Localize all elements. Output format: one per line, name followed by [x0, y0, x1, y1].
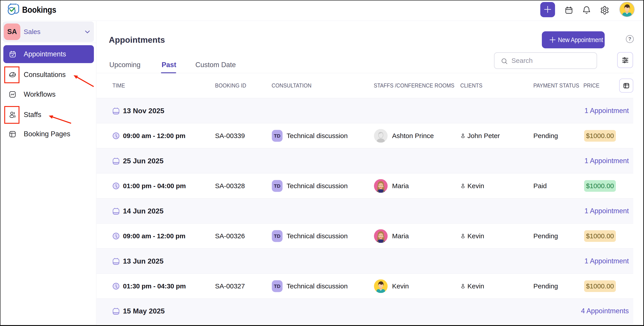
row-staff-name: Ashton Prince — [392, 132, 434, 140]
client-person-icon — [460, 183, 466, 189]
group-date-calendar-icon — [112, 107, 120, 114]
group-date: 13 Jun 2025 — [123, 257, 164, 265]
sidebar-item-workflows[interactable]: Workflows — [3, 86, 94, 103]
price-badge: $1000.00 — [584, 180, 616, 192]
group-appointment-count[interactable]: 1 Appointment — [584, 107, 629, 115]
column-header-price[interactable]: PRICE — [584, 73, 600, 98]
sidebar-item-label: Booking Pages — [24, 130, 70, 138]
group-date: 13 Nov 2025 — [123, 107, 164, 115]
column-header-payment-status[interactable]: PAYMENT STATUS — [533, 73, 579, 98]
app-title: Bookings — [22, 1, 56, 21]
app-window: Bookings SA Sales — [0, 1, 643, 325]
row-client-name: Kevin — [468, 182, 484, 190]
table-row[interactable]: 09:00 am - 12:00 pm SA-00326 TD Technica… — [96, 223, 633, 248]
time-clock-icon — [112, 132, 120, 139]
row-staff-name: Kevin — [392, 282, 409, 290]
table-row[interactable]: 01:30 pm - 04:30 pm SA-00327 TD Technica… — [96, 273, 633, 298]
row-payment-status: Pending — [533, 132, 558, 140]
sidebar-item-label: Staffs — [24, 111, 41, 119]
group-date-calendar-icon — [112, 257, 120, 265]
page-title: Appointments — [109, 35, 165, 45]
table-row[interactable]: 09:00 am - 12:00 pm SA-00339 TD Technica… — [96, 123, 633, 148]
group-date-calendar-icon — [112, 307, 120, 314]
search-icon — [501, 58, 508, 65]
bookings-logo — [7, 2, 22, 17]
column-layout-icon — [622, 82, 630, 90]
row-payment-status: Pending — [533, 232, 558, 240]
row-consultation: Technical discussion — [286, 182, 348, 190]
group-appointment-count[interactable]: 1 Appointment — [584, 207, 629, 215]
row-client-name: John Peter — [468, 132, 500, 140]
client-person-icon — [460, 283, 466, 289]
group-appointment-count[interactable]: 1 Appointment — [584, 257, 629, 265]
column-header-time[interactable]: TIME — [112, 73, 125, 98]
group-date: 14 Jun 2025 — [123, 207, 164, 215]
group-date: 15 May 2025 — [123, 307, 165, 315]
row-payment-status: Pending — [533, 282, 558, 290]
tab-custom-date[interactable]: Custom Date — [195, 61, 236, 69]
consultation-badge: TD — [272, 280, 282, 292]
group-appointment-count[interactable]: 4 Appointments — [581, 307, 629, 315]
consultation-badge: TD — [272, 230, 282, 242]
row-client-name: Kevin — [468, 282, 484, 290]
row-time: 09:00 am - 12:00 pm — [123, 232, 185, 240]
sidebar-item-appointments[interactable]: Appointments — [3, 45, 94, 63]
help-button[interactable]: ? — [626, 35, 634, 43]
avatar-image — [374, 129, 388, 143]
tab-past[interactable]: Past — [162, 61, 176, 69]
quick-add-button[interactable] — [540, 2, 555, 17]
avatar-image — [620, 2, 634, 17]
consultation-badge: TD — [272, 180, 282, 192]
group-date-calendar-icon — [112, 207, 120, 215]
avatar-image — [374, 179, 388, 193]
row-time: 09:00 am - 12:00 pm — [123, 132, 185, 140]
column-header-clients[interactable]: CLIENTS — [460, 73, 482, 98]
column-picker-button[interactable] — [619, 79, 633, 93]
new-appointment-button[interactable]: New Appointment — [542, 31, 605, 48]
avatar-image — [374, 229, 388, 243]
search-input[interactable] — [512, 53, 594, 68]
column-header-consultation[interactable]: CONSULTATION — [272, 73, 312, 98]
date-group-row: 13 Jun 2025 1 Appointment — [96, 248, 633, 273]
filter-sliders-icon — [621, 56, 630, 65]
row-booking-id: SA-00328 — [215, 182, 245, 190]
date-group-row: 25 Jun 2025 1 Appointment — [96, 148, 633, 173]
table-row[interactable]: 01:00 pm - 04:00 pm SA-00328 TD Technica… — [96, 173, 633, 198]
new-appointment-label: New Appointment — [558, 31, 603, 48]
group-date: 25 Jun 2025 — [123, 157, 164, 165]
plus-icon — [549, 36, 556, 43]
calendar-icon[interactable] — [564, 5, 574, 15]
row-staff-name: Maria — [392, 182, 409, 190]
staff-avatar — [374, 279, 388, 293]
user-avatar[interactable] — [620, 2, 634, 17]
row-time: 01:30 pm - 04:30 pm — [123, 282, 186, 290]
notifications-bell-icon[interactable] — [582, 5, 592, 15]
staff-avatar — [374, 179, 388, 193]
chevron-down-icon — [84, 29, 91, 35]
staff-avatar — [374, 129, 388, 143]
search-box — [494, 52, 597, 69]
time-clock-icon — [112, 182, 120, 189]
group-date-calendar-icon — [112, 157, 120, 164]
avatar-image — [374, 279, 388, 293]
row-time: 01:00 pm - 04:00 pm — [123, 182, 186, 190]
time-clock-icon — [112, 283, 120, 290]
sidebar-item-booking-pages[interactable]: Booking Pages — [3, 125, 94, 143]
row-client-name: Kevin — [468, 232, 484, 240]
row-booking-id: SA-00339 — [215, 132, 245, 140]
workflows-icon — [8, 90, 16, 99]
table-header: TIME BOOKING ID CONSULTATION STAFFS /CON… — [96, 73, 633, 98]
filter-button[interactable] — [617, 52, 633, 68]
top-bar: Bookings — [0, 1, 643, 21]
column-header-booking-id[interactable]: BOOKING ID — [215, 73, 246, 98]
tab-upcoming[interactable]: Upcoming — [109, 61, 140, 69]
bookings-logo-icon — [7, 2, 22, 17]
sidebar-divider — [0, 43, 96, 43]
workspace-selector[interactable]: SA Sales — [3, 22, 94, 42]
consultation-badge: TD — [272, 130, 282, 142]
column-header-staffs[interactable]: STAFFS /CONFERENCE ROOMS — [374, 73, 454, 98]
booking-pages-icon — [8, 130, 16, 138]
row-booking-id: SA-00326 — [215, 232, 245, 240]
group-appointment-count[interactable]: 1 Appointment — [584, 157, 629, 165]
settings-gear-icon[interactable] — [600, 5, 610, 15]
